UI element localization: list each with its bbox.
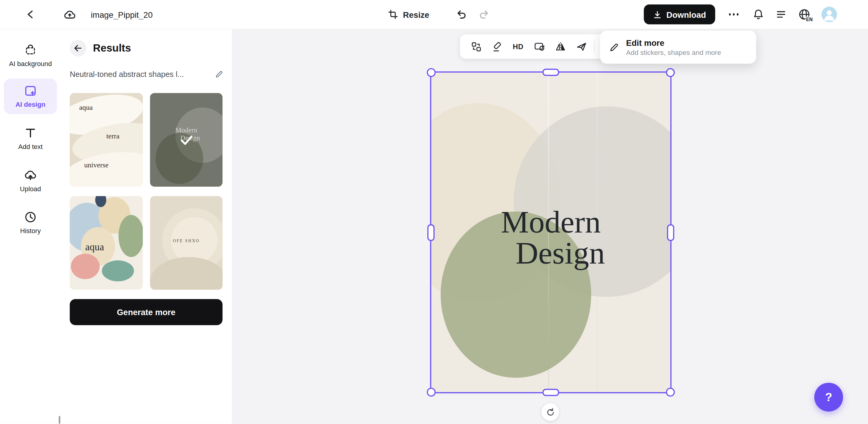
edit-more-menu-item[interactable]: Edit more Add stickers, shapes and more [600, 30, 756, 64]
handle-right-middle[interactable] [667, 224, 674, 241]
swap-icon [470, 41, 482, 53]
resize-icon [388, 9, 399, 20]
download-button[interactable]: Download [644, 4, 715, 24]
language-code: EN [806, 17, 813, 22]
language-button[interactable]: EN [798, 8, 811, 21]
resize-label: Resize [403, 10, 429, 19]
tasks-button[interactable] [775, 8, 787, 21]
thumb-word: OFE SHXO [150, 238, 223, 243]
bell-icon [752, 8, 764, 21]
rail-label: Upload [20, 185, 41, 193]
toolbar-divider [594, 40, 595, 53]
regenerate-image-button[interactable] [529, 37, 550, 56]
rail-scrollbar[interactable] [59, 416, 61, 424]
rail-label: AI background [9, 60, 52, 67]
result-thumbnail-1[interactable]: aqua terra universe [70, 93, 143, 187]
sidebar-item-ai-design[interactable]: AI design [4, 79, 57, 114]
undo-button[interactable] [455, 8, 467, 21]
results-grid: aqua terra universe Modern Design [70, 93, 223, 290]
sidebar-item-ai-background[interactable]: AI background [4, 38, 57, 73]
result-thumbnail-2-selected[interactable]: Modern Design [150, 93, 223, 187]
cloud-sync-button[interactable] [63, 8, 76, 21]
app-window: image_Pippit_20 Resize Download [0, 0, 868, 424]
redo-button[interactable] [478, 8, 490, 21]
download-icon [652, 10, 662, 19]
handle-left-middle[interactable] [427, 224, 435, 241]
menu-item-subtitle: Add stickers, shapes and more [626, 48, 721, 57]
design-title: Modern Design [431, 207, 671, 269]
avatar[interactable] [822, 7, 837, 22]
result-thumbnail-4[interactable]: OFE SHXO [150, 196, 223, 290]
sidebar-item-upload[interactable]: Upload [4, 163, 57, 199]
ai-background-icon [24, 43, 37, 56]
notifications-button[interactable] [752, 8, 764, 21]
arrow-left-icon [73, 43, 83, 53]
top-bar: image_Pippit_20 Resize Download [0, 0, 868, 29]
blob-teal [102, 260, 134, 281]
rotate-button[interactable] [541, 403, 559, 421]
pencil-icon [215, 70, 224, 79]
design-image[interactable]: Modern Design [431, 72, 671, 393]
result-thumbnail-3[interactable]: aqua [70, 196, 143, 290]
blob-pink [71, 253, 100, 279]
cloud-icon [63, 8, 76, 21]
generate-more-button[interactable]: Generate more [70, 299, 222, 325]
person-icon [822, 7, 837, 22]
selected-overlay [150, 93, 223, 187]
left-rail: AI background AI design Add text Upload … [0, 29, 61, 424]
panel-back-button[interactable] [70, 40, 86, 56]
results-panel: Results Neutral-toned abstract shapes l.… [61, 29, 232, 424]
rail-label: Add text [19, 143, 43, 151]
upload-icon [24, 168, 37, 182]
handle-top-right[interactable] [666, 68, 675, 77]
sidebar-item-add-text[interactable]: Add text [4, 121, 57, 156]
resize-button[interactable]: Resize [388, 9, 430, 20]
help-button[interactable]: ? [814, 383, 843, 412]
undo-icon [455, 8, 467, 21]
check-icon [178, 131, 194, 148]
list-icon [775, 8, 787, 21]
rail-label: AI design [16, 101, 45, 109]
history-icon [24, 211, 37, 224]
redo-icon [478, 8, 490, 21]
handle-top-left[interactable] [427, 68, 435, 77]
ai-design-icon [24, 84, 37, 97]
artboard[interactable]: Modern Design [431, 72, 671, 393]
send-forward-icon [575, 41, 587, 53]
download-label: Download [666, 10, 706, 19]
prompt-text: Neutral-toned abstract shapes l... [70, 70, 184, 79]
flip-icon [554, 41, 566, 53]
handle-bottom-middle[interactable] [542, 389, 559, 396]
thumb-word: universe [84, 161, 108, 170]
document-title[interactable]: image_Pippit_20 [91, 10, 153, 19]
paper-circle [150, 257, 223, 290]
add-text-icon [24, 126, 37, 140]
handle-top-middle[interactable] [542, 69, 559, 76]
thumb-word: terra [106, 132, 120, 141]
chevron-left-icon [25, 9, 36, 20]
blob-green [119, 215, 143, 257]
eraser-icon [491, 41, 503, 53]
more-options-button[interactable] [725, 10, 742, 19]
magic-erase-button[interactable] [487, 37, 507, 56]
thumb-word: aqua [79, 103, 93, 112]
handle-bottom-left[interactable] [427, 388, 435, 397]
flip-button[interactable] [550, 37, 571, 56]
swap-image-button[interactable] [466, 37, 487, 56]
regenerate-icon [533, 41, 545, 53]
back-button[interactable] [25, 9, 36, 20]
rail-label: History [20, 227, 41, 235]
bring-forward-button[interactable] [571, 37, 592, 56]
sidebar-item-history[interactable]: History [4, 205, 57, 241]
handle-bottom-right[interactable] [666, 388, 675, 397]
pencil-icon [609, 42, 619, 53]
canvas-area[interactable]: Modern Design HD [232, 29, 868, 424]
thumb-word: aqua [85, 242, 104, 253]
edit-prompt-button[interactable] [215, 70, 224, 79]
hd-enhance-button[interactable]: HD [507, 37, 529, 56]
panel-title: Results [93, 42, 131, 54]
menu-item-title: Edit more [626, 37, 721, 48]
rotate-icon [546, 407, 555, 417]
